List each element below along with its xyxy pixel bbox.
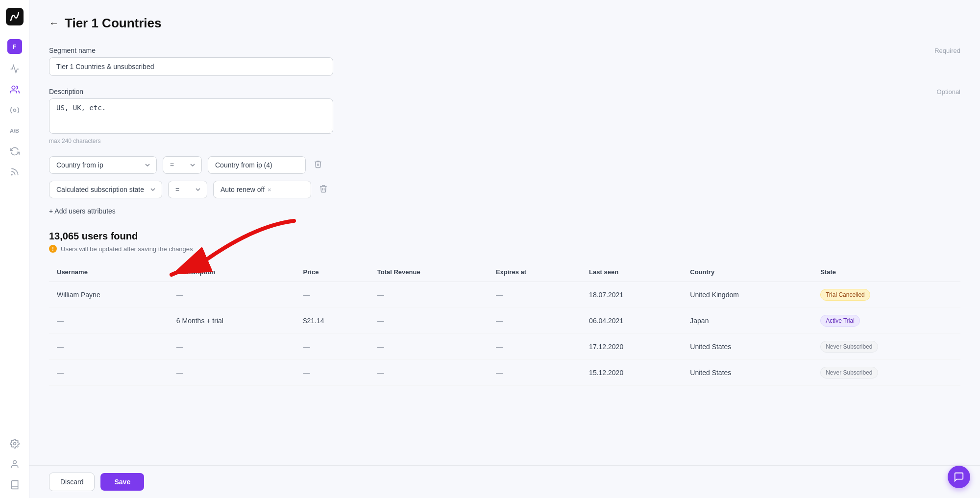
description-label: Description	[49, 88, 83, 95]
state-badge: Active Trial	[820, 315, 860, 327]
filter-operator-2[interactable]: =	[168, 181, 207, 198]
main-content: ← Tier 1 Countries Segment name Required…	[29, 0, 980, 498]
users-found-count: 13,065 users found	[49, 231, 960, 242]
state-badge: Never Subscribed	[820, 341, 878, 353]
segment-name-input[interactable]	[49, 57, 333, 76]
table-row: William Payne————18.07.2021United Kingdo…	[49, 282, 960, 308]
svg-point-4	[13, 443, 16, 445]
sync-icon[interactable]	[9, 146, 20, 157]
filter-row-1: Country from ip = Country from ip (4)	[49, 156, 960, 174]
char-limit: max 240 characters	[49, 138, 960, 144]
users-table: Username Subscription Price Total Revenu…	[49, 262, 960, 386]
col-expires-at: Expires at	[488, 262, 581, 282]
filter-delete-2[interactable]	[317, 182, 330, 197]
add-attribute-button[interactable]: + Add users attributes	[49, 205, 116, 217]
svg-point-1	[12, 86, 15, 90]
col-state: State	[812, 262, 960, 282]
svg-point-3	[11, 174, 12, 175]
description-input[interactable]: US, UK, etc.	[49, 98, 333, 134]
col-total-revenue: Total Revenue	[369, 262, 488, 282]
notice-text: Users will be updated after saving the c…	[61, 245, 193, 253]
state-badge: Trial Cancelled	[820, 289, 870, 301]
table-row: —————15.12.2020United StatesNever Subscr…	[49, 360, 960, 386]
filter-value-2: Auto renew off ×	[213, 181, 311, 198]
col-username: Username	[49, 262, 169, 282]
profile-icon[interactable]	[9, 459, 20, 470]
col-last-seen: Last seen	[581, 262, 682, 282]
col-subscription: Subscription	[169, 262, 295, 282]
filter-delete-1[interactable]	[312, 158, 324, 173]
filter-value-1: Country from ip (4)	[208, 156, 306, 174]
col-country: Country	[682, 262, 812, 282]
filter-attribute-2[interactable]: Calculated subscription state	[49, 181, 162, 198]
users-found-section: 13,065 users found ! Users will be updat…	[49, 231, 960, 253]
table-row: —————17.12.2020United StatesNever Subscr…	[49, 334, 960, 360]
user-avatar[interactable]: F	[7, 39, 22, 54]
segment-name-section: Segment name Required	[49, 47, 960, 76]
page-header: ← Tier 1 Countries	[49, 16, 960, 31]
discard-button[interactable]: Discard	[49, 473, 95, 491]
filter-value-2-clear[interactable]: ×	[268, 186, 271, 193]
settings-icon[interactable]	[9, 438, 20, 449]
filter-attribute-1[interactable]: Country from ip	[49, 156, 157, 174]
save-button[interactable]: Save	[100, 473, 144, 491]
svg-point-5	[13, 461, 16, 464]
notice-icon: !	[49, 245, 57, 253]
users-icon[interactable]	[9, 84, 20, 95]
svg-point-2	[13, 109, 16, 112]
sidebar: F A/B	[0, 0, 29, 498]
footer: Discard Save	[29, 465, 980, 498]
segment-name-required: Required	[934, 47, 960, 54]
state-badge: Never Subscribed	[820, 367, 878, 379]
users-found-notice: ! Users will be updated after saving the…	[49, 245, 960, 253]
filter-row-2: Calculated subscription state = Auto ren…	[49, 181, 960, 198]
segment-name-label: Segment name	[49, 47, 96, 54]
description-section: Description Optional US, UK, etc. max 24…	[49, 88, 960, 144]
table-row: —6 Months + trial$21.14——06.04.2021Japan…	[49, 308, 960, 334]
events-icon[interactable]	[9, 105, 20, 116]
book-icon[interactable]	[9, 479, 20, 490]
logo	[6, 8, 24, 25]
col-price: Price	[295, 262, 369, 282]
chat-bubble[interactable]	[948, 466, 970, 488]
filter-operator-1[interactable]: =	[163, 156, 202, 174]
feed-icon[interactable]	[9, 166, 20, 177]
analytics-icon[interactable]	[9, 64, 20, 74]
back-button[interactable]: ←	[49, 18, 59, 29]
ab-test-icon[interactable]: A/B	[9, 125, 20, 136]
description-optional: Optional	[937, 88, 960, 95]
page-title: Tier 1 Countries	[65, 16, 161, 31]
